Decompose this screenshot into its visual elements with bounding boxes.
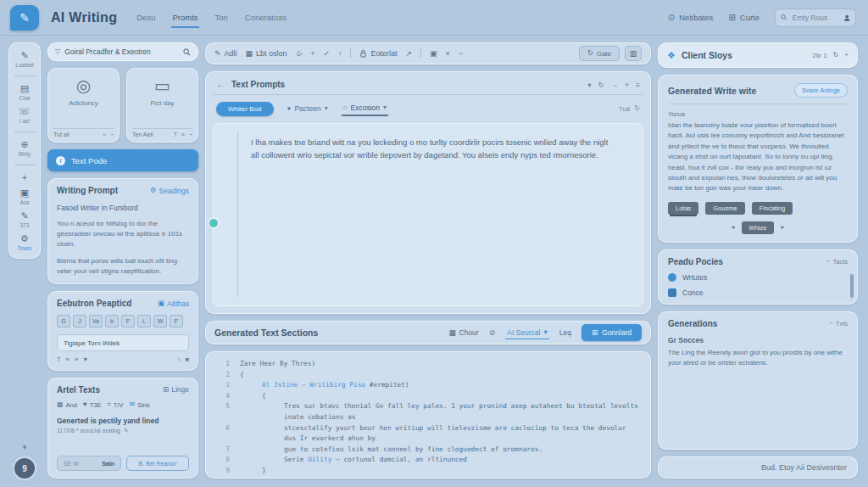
whiter-bod-chip[interactable]: Whiter Bod bbox=[216, 102, 274, 116]
rail-item-luatset[interactable]: ✎ Luatset bbox=[15, 51, 33, 68]
rail-item-373[interactable]: ✎ 373 bbox=[20, 211, 30, 228]
list-icon[interactable]: ≡ bbox=[75, 356, 78, 363]
text-format-icon[interactable]: T bbox=[57, 356, 61, 363]
chour-button[interactable]: ▦ Chour bbox=[448, 328, 478, 337]
upload-icon[interactable]: ↑ bbox=[338, 49, 342, 58]
frame-icon[interactable]: ▣ bbox=[430, 49, 437, 58]
adli-button[interactable]: ✎ Adli bbox=[214, 49, 237, 58]
adictoncy-card[interactable]: ◎ Adictoncy Tut all ≈ − bbox=[47, 68, 120, 143]
prompt-editor[interactable]: I lha makes tne briand witt na you lecke… bbox=[213, 123, 643, 306]
refresh-icon[interactable]: ↻ bbox=[833, 52, 839, 59]
drag-handle[interactable] bbox=[209, 219, 218, 227]
user-icon[interactable] bbox=[843, 14, 850, 22]
peadu-item-wrtutes[interactable]: Wrtutes bbox=[668, 273, 848, 282]
edit-pencil-icon[interactable]: ✎ bbox=[124, 428, 129, 434]
code-panel[interactable]: 1 Zare Hear By Thres) 2 { 3 Al Jstine – … bbox=[205, 351, 651, 479]
gousme-chip[interactable]: Gousme bbox=[705, 202, 744, 215]
leq-button[interactable]: Leq bbox=[559, 328, 571, 337]
left-search[interactable]: ▽ bbox=[47, 42, 198, 61]
minus-icon[interactable]: − bbox=[189, 132, 192, 137]
back-icon[interactable]: ← bbox=[216, 81, 225, 89]
eoutron-input[interactable] bbox=[64, 339, 182, 347]
refresh-icon[interactable]: ↻ bbox=[634, 105, 640, 112]
bet-reanizr-button[interactable]: B. Bet Reanizr bbox=[126, 456, 189, 471]
plus-icon[interactable]: + bbox=[625, 81, 629, 89]
key-button[interactable]: G bbox=[57, 315, 70, 327]
key-button[interactable]: W bbox=[153, 315, 167, 327]
heart-icon[interactable]: ♥ bbox=[83, 356, 86, 363]
plus-icon[interactable]: + bbox=[844, 52, 849, 59]
lotas-chip[interactable]: Lotas bbox=[668, 202, 698, 215]
gate-button[interactable]: ↻ Gate bbox=[579, 46, 620, 61]
app-logo[interactable]: ✎ bbox=[10, 5, 39, 31]
topbar-search-input[interactable] bbox=[793, 14, 838, 22]
whize-page-chip[interactable]: Whize bbox=[742, 221, 775, 234]
arrow-right-icon[interactable]: → bbox=[611, 81, 619, 89]
attach-icon[interactable]: ⊂ bbox=[293, 48, 303, 59]
square-icon[interactable]: ■ bbox=[185, 356, 189, 363]
pacteen-chip[interactable]: ● Pacteen ▾ bbox=[286, 102, 330, 115]
chevron-down-icon[interactable]: ▾ bbox=[587, 81, 591, 89]
text-icon[interactable]: T bbox=[174, 132, 177, 137]
user-avatar[interactable]: 9 bbox=[14, 458, 35, 479]
key-button[interactable]: F bbox=[121, 315, 135, 327]
chevron-right-icon[interactable]: ▸ bbox=[781, 224, 784, 231]
settings-link[interactable]: ⚙ Seadings bbox=[150, 187, 189, 195]
topbar-search[interactable] bbox=[775, 8, 856, 27]
rail-item-cioe[interactable]: ▤ Cioe bbox=[19, 84, 30, 101]
minus-icon[interactable]: − bbox=[110, 132, 114, 137]
sink-button[interactable]: ✉ Sink bbox=[130, 401, 150, 409]
generations-collapse[interactable]: − Txts bbox=[829, 320, 848, 327]
blocked-icon[interactable]: ⊘ bbox=[489, 329, 496, 337]
key-button[interactable]: F bbox=[170, 315, 183, 327]
tab-ton[interactable]: Ton bbox=[214, 8, 229, 28]
rail-item-wrily[interactable]: ⊕ Wrily bbox=[19, 140, 31, 157]
aitthas-link[interactable]: ▣ Aitthas bbox=[158, 299, 189, 308]
key-button[interactable]: J bbox=[73, 315, 86, 327]
left-search-input[interactable] bbox=[64, 48, 179, 56]
t3e-button[interactable]: ♥ T3E bbox=[83, 401, 102, 409]
svare-aotoge-button[interactable]: Svare Aotoge bbox=[794, 83, 848, 98]
gonnlard-button[interactable]: ⊞ Gonnlard bbox=[581, 324, 642, 341]
and-button[interactable]: ▦ And bbox=[57, 401, 77, 409]
rail-item-aus[interactable]: ▣ Aus bbox=[19, 188, 29, 205]
rail-item-toves[interactable]: ⚙ Toves bbox=[18, 234, 32, 251]
rail-item-add[interactable]: + bbox=[22, 173, 27, 182]
scrollbar-thumb[interactable] bbox=[850, 274, 854, 298]
collapse-chevron-icon[interactable]: ▾ bbox=[23, 444, 27, 451]
refresh-icon[interactable]: ↻ bbox=[598, 81, 604, 89]
tv-button[interactable]: ≈ T/V bbox=[107, 401, 123, 409]
save-segmented-control[interactable]: SE W SaIn bbox=[57, 456, 121, 471]
eoterlat-button[interactable]: Eoterlat bbox=[359, 49, 397, 58]
peadu-collapse[interactable]: − Tacts bbox=[826, 258, 848, 266]
menu-icon[interactable]: ≡ bbox=[181, 132, 185, 137]
share-icon[interactable]: ↗ bbox=[406, 49, 413, 58]
excosion-chip[interactable]: ⌂ Excosion ▾ bbox=[342, 101, 388, 116]
tab-desu[interactable]: Desu bbox=[136, 8, 156, 28]
layout-button[interactable]: ▦ Lbt oslon bbox=[246, 49, 287, 58]
chevron-left-icon[interactable]: ◂ bbox=[732, 224, 735, 231]
key-button[interactable]: b bbox=[105, 315, 119, 327]
netibates-button[interactable]: ⊙ Netibates bbox=[668, 13, 714, 22]
peadu-item-conce[interactable]: Conce bbox=[668, 288, 848, 297]
rail-item-iael[interactable]: ☏ I ael bbox=[19, 107, 31, 124]
key-button[interactable]: L bbox=[137, 315, 151, 327]
check-icon[interactable]: ✓ bbox=[323, 49, 330, 58]
fictday-card[interactable]: ▭ Fict day Ten Aell T ≡ − bbox=[126, 68, 198, 143]
linge-link[interactable]: ⊞ Linge bbox=[163, 385, 189, 394]
ai-source-select[interactable]: AI Seurcal ▾ bbox=[505, 327, 549, 339]
plus-icon[interactable]: + bbox=[310, 49, 314, 58]
menu-icon[interactable]: ≡ bbox=[636, 81, 640, 89]
align-icon[interactable]: ≡ bbox=[66, 356, 70, 363]
fincating-chip[interactable]: Fincating bbox=[752, 202, 793, 215]
editor-text[interactable]: I lha makes tne briand witt na you lecke… bbox=[214, 124, 643, 161]
curte-button[interactable]: ⊞ Curte bbox=[728, 13, 760, 22]
tab-promts[interactable]: Promts bbox=[171, 8, 198, 28]
circle-icon[interactable]: ○ bbox=[177, 356, 181, 363]
text-pode-button[interactable]: i Text Pode bbox=[47, 149, 198, 171]
key-button[interactable]: Va bbox=[89, 315, 103, 327]
waves-icon[interactable]: ≈ bbox=[103, 132, 106, 137]
tab-coneratoas[interactable]: Coneratoas bbox=[244, 8, 287, 28]
minus-icon[interactable]: − bbox=[459, 49, 463, 58]
close-icon[interactable]: × bbox=[446, 49, 450, 58]
